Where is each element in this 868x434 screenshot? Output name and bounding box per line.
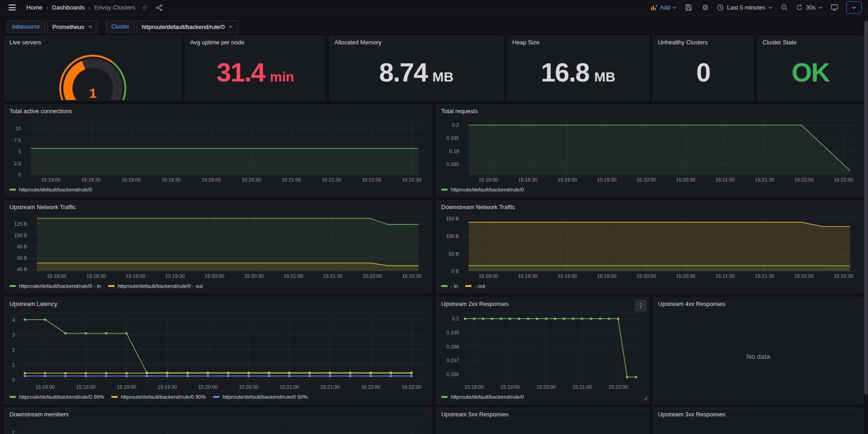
breadcrumb-dashboards[interactable]: Dashboards <box>52 4 85 11</box>
panel-title[interactable]: Downstream members <box>5 408 431 420</box>
legend-item[interactable]: httproute/default/backend/rule/0 <box>441 394 524 400</box>
svg-text:15:19:00: 15:19:00 <box>558 177 577 182</box>
panel-title[interactable]: Upstream 3xx Responses <box>653 408 863 420</box>
scrollbar-thumb[interactable] <box>864 21 868 395</box>
refresh-picker[interactable]: 30s <box>796 4 823 11</box>
expand-toolbar-button[interactable] <box>846 1 862 14</box>
legend-item[interactable]: httproute/default/backend/rule/0 99% <box>10 394 104 400</box>
panel-title[interactable]: Total active connections <box>5 105 431 117</box>
svg-text:2.5: 2.5 <box>14 161 21 166</box>
svg-text:2: 2 <box>12 430 15 434</box>
chart-legend: httproute/default/backend/rule/0 <box>441 185 860 194</box>
panel-title[interactable]: Live servers <box>5 36 181 48</box>
chart-canvas[interactable]: 15:18:0015:18:3015:19:0015:19:3015:20:00… <box>439 213 860 281</box>
svg-text:15:20:00: 15:20:00 <box>536 384 556 390</box>
chart-legend: httproute/default/backend/rule/0 <box>10 185 429 194</box>
panel-title[interactable]: Upstream 5xx Responses <box>437 408 649 420</box>
legend-color-dash <box>10 285 16 287</box>
datasource-variable-value: Prometheus <box>52 24 84 30</box>
time-range-picker[interactable]: Last 5 minutes <box>717 4 773 11</box>
share-icon[interactable] <box>154 2 164 13</box>
panel-title[interactable]: Upstream Latency <box>5 298 431 310</box>
legend-item[interactable]: - in <box>441 283 458 289</box>
svg-text:15:22:30: 15:22:30 <box>834 273 853 279</box>
chart-canvas[interactable]: 15:18:0015:18:3015:19:0015:19:3015:20:00… <box>7 213 429 281</box>
zoom-out-icon[interactable] <box>779 2 789 13</box>
legend-item[interactable]: httproute/default/backend/rule/0 - in <box>10 283 101 289</box>
breadcrumb-home[interactable]: Home <box>26 4 43 11</box>
panel-downstream-members: Downstream members 15:18:0015:18:3015:19… <box>5 408 432 434</box>
panel-title[interactable]: Unhealthy Clusters <box>653 36 753 48</box>
panel-title[interactable]: Total requests <box>437 105 863 117</box>
chart-canvas[interactable]: 15:18:0015:18:3015:19:0015:19:3015:20:00… <box>7 420 429 434</box>
panel-title[interactable]: Upstream 2xx Responses <box>437 298 649 310</box>
legend-item[interactable]: - out <box>465 283 485 289</box>
panel-resize-handle[interactable] <box>644 394 648 402</box>
menu-icon[interactable] <box>6 2 18 13</box>
svg-text:0: 0 <box>12 377 15 382</box>
svg-text:15:18:30: 15:18:30 <box>81 177 101 182</box>
svg-text:50 B: 50 B <box>448 251 459 257</box>
svg-text:15:19:00: 15:19:00 <box>126 273 145 279</box>
stat-value: 8.74 <box>379 59 428 86</box>
svg-text:15:21:00: 15:21:00 <box>715 177 735 182</box>
star-icon[interactable]: ☆ <box>140 2 150 13</box>
stat-value: OK <box>792 59 830 86</box>
legend-color-dash <box>465 285 472 287</box>
stat-unit: MB <box>433 70 454 84</box>
cluster-variable-select[interactable]: httproute/default/backend/rule/0 <box>137 20 238 33</box>
breadcrumb-separator: › <box>88 4 91 11</box>
panel-title[interactable]: Cluster State <box>758 36 863 48</box>
svg-text:5: 5 <box>18 149 21 154</box>
chart-legend: - in- out <box>441 281 860 291</box>
svg-text:15:18:30: 15:18:30 <box>86 273 106 279</box>
kiosk-monitor-icon[interactable] <box>830 2 839 13</box>
svg-text:15:20:30: 15:20:30 <box>239 384 258 390</box>
svg-text:15:21:00: 15:21:00 <box>572 384 592 390</box>
svg-text:0.2: 0.2 <box>452 122 459 128</box>
stat-value: 16.8 <box>541 59 589 86</box>
chart-canvas[interactable]: 15:18:0015:19:0015:20:0015:21:0015:22:00… <box>439 310 646 391</box>
grafana-dashboard: Home › Dashboards › Envoy Clusters ☆ <box>0 0 868 434</box>
panel-title[interactable]: Upstream Network Traffic <box>5 201 431 213</box>
legend-color-dash <box>10 189 16 191</box>
panel-title[interactable]: Upstream 4xx Responses <box>653 298 863 310</box>
svg-text:15:18:30: 15:18:30 <box>518 177 538 182</box>
save-icon[interactable] <box>683 2 693 13</box>
chart-canvas[interactable]: 15:18:0015:18:3015:19:0015:19:3015:20:00… <box>7 310 429 391</box>
chevron-down-icon <box>672 6 677 9</box>
svg-text:3: 3 <box>12 332 15 338</box>
add-button[interactable]: Add <box>651 4 677 11</box>
chart-legend: httproute/default/backend/rule/0 <box>441 392 646 401</box>
svg-text:15:22:00: 15:22:00 <box>362 177 381 182</box>
legend-item[interactable]: httproute/default/backend/rule/0 - out <box>108 283 203 289</box>
time-range-label: Last 5 minutes <box>727 4 765 11</box>
datasource-variable-select[interactable]: Prometheus <box>47 20 98 33</box>
panel-heap-size: Heap Size 16.8 MB <box>507 36 649 100</box>
svg-text:15:22:00: 15:22:00 <box>361 384 381 390</box>
legend-item[interactable]: httproute/default/backend/rule/0 <box>441 187 524 192</box>
svg-text:15:18:00: 15:18:00 <box>47 273 67 279</box>
svg-text:15:22:30: 15:22:30 <box>834 177 853 182</box>
panel-title[interactable]: Avg uptime per node <box>186 36 325 48</box>
legend-item[interactable]: httproute/default/backend/rule/0 <box>10 187 92 192</box>
top-navigation-bar: Home › Dashboards › Envoy Clusters ☆ <box>0 0 868 15</box>
dashboard-variables: datasource Prometheus Cluster httproute/… <box>6 20 238 33</box>
svg-text:15:21:30: 15:21:30 <box>755 177 774 182</box>
gear-icon[interactable]: ⚙ <box>700 2 710 13</box>
chart-canvas[interactable]: 15:18:0015:18:3015:19:0015:19:3015:20:00… <box>439 117 860 184</box>
legend-item[interactable]: httproute/default/backend/rule/0 50% <box>213 394 308 400</box>
breadcrumb-current: Envoy Clusters <box>94 4 135 11</box>
svg-text:15:19:00: 15:19:00 <box>558 273 577 279</box>
panel-title[interactable]: Heap Size <box>508 36 649 48</box>
panel-upstream-2xx-responses: Upstream 2xx Responses ⋮ 15:18:0015:19:0… <box>436 297 649 404</box>
svg-text:15:21:30: 15:21:30 <box>323 273 343 279</box>
legend-item[interactable]: httproute/default/backend/rule/0 90% <box>111 394 206 400</box>
svg-text:15:21:00: 15:21:00 <box>715 273 735 279</box>
svg-text:2: 2 <box>12 347 15 353</box>
svg-text:15:19:30: 15:19:30 <box>597 177 616 182</box>
live-servers-gauge: 1 <box>5 48 181 100</box>
chart-canvas[interactable]: 15:18:0015:18:3015:19:0015:19:3015:20:00… <box>7 117 429 184</box>
panel-title[interactable]: Allocated Memory <box>330 36 503 48</box>
panel-title[interactable]: Downstream Network Traffic <box>437 201 863 213</box>
